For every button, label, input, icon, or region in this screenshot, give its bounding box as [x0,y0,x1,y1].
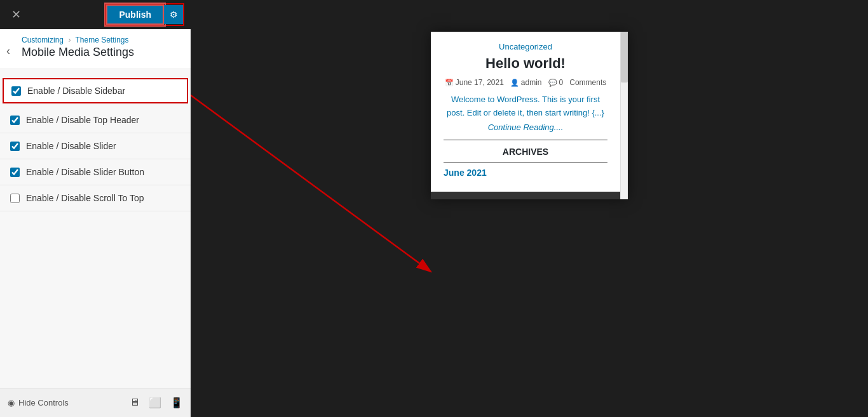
continue-reading-link[interactable]: Continue Reading.... [444,122,607,132]
svg-line-1 [191,95,431,272]
breadcrumb-area: ‹ Customizing › Theme Settings Mobile Me… [0,29,191,68]
option-slider[interactable]: Enable / Disable Slider [0,133,191,159]
post-category: Uncategorized [444,42,607,51]
gear-button[interactable]: ⚙ [164,5,183,24]
user-icon: 👤 [510,79,519,87]
option-label-slider-button: Enable / Disable Slider Button [26,167,144,177]
publish-button[interactable]: Publish [106,4,164,25]
option-slider-button[interactable]: Enable / Disable Slider Button [0,159,191,185]
desktop-icon[interactable]: 🖥 [130,397,140,409]
close-button[interactable]: ✕ [6,5,26,24]
section-divider [444,140,607,140]
hide-controls-icon: ◉ [8,398,15,407]
meta-author: 👤 admin [510,78,542,87]
archives-title: ARCHIVES [444,147,607,157]
checkbox-sidebar[interactable] [11,86,21,96]
breadcrumb: Customizing › Theme Settings [22,36,182,44]
bottom-controls: ◉ Hide Controls 🖥 ⬜ 📱 [0,388,191,417]
back-button[interactable]: ‹ [0,36,17,67]
breadcrumb-theme-settings[interactable]: Theme Settings [76,36,129,44]
scrollbar-thumb [621,32,628,83]
checkbox-scroll-top[interactable] [10,194,20,203]
preview-content: Uncategorized Hello world! 📅 June 17, 20… [431,32,620,192]
comment-icon: 💬 [548,79,557,87]
option-label-slider: Enable / Disable Slider [26,141,116,151]
calendar-icon: 📅 [445,79,454,87]
meta-comments-label: Comments [569,78,606,87]
meta-comments: 💬 0 [548,78,564,87]
option-top-header[interactable]: Enable / Disable Top Header [0,107,191,133]
hide-controls-label: Hide Controls [18,398,69,407]
checkbox-slider-button[interactable] [10,168,20,177]
hide-controls-button[interactable]: ◉ Hide Controls [8,398,69,407]
archives-june-2021[interactable]: June 2021 [444,168,607,178]
option-label-top-header: Enable / Disable Top Header [26,115,139,125]
checkbox-top-header[interactable] [10,116,20,125]
preview-bottom-bar [431,192,628,199]
option-label-sidebar: Enable / Disable Sidebar [27,86,125,96]
mobile-icon[interactable]: 📱 [170,397,183,409]
archives-divider [444,162,607,162]
page-title: Mobile Media Settings [22,44,182,67]
meta-date: 📅 June 17, 2021 [445,78,504,87]
post-meta: 📅 June 17, 2021 👤 admin 💬 0 Comments [444,78,607,87]
tablet-icon[interactable]: ⬜ [149,397,161,409]
post-title: Hello world! [444,55,607,72]
option-scroll-top[interactable]: Enable / Disable Scroll To Top [0,185,191,211]
breadcrumb-sep: › [68,36,71,44]
post-excerpt: Welcome to WordPress. This is your first… [444,93,607,120]
sidebar-header: ✕ Publish ⚙ [0,0,191,29]
preview-scrollbar[interactable] [620,32,628,199]
options-area: Enable / Disable Sidebar Enable / Disabl… [0,68,191,388]
preview-area: Uncategorized Hello world! 📅 June 17, 20… [191,0,868,417]
sidebar: ✕ Publish ⚙ ‹ Customizing › Theme Settin… [0,0,191,417]
publish-container: Publish ⚙ [105,3,184,26]
option-label-scroll-top: Enable / Disable Scroll To Top [26,193,144,203]
breadcrumb-customizing[interactable]: Customizing [22,36,64,44]
checkbox-slider[interactable] [10,142,20,151]
device-icons: 🖥 ⬜ 📱 [130,397,183,409]
preview-frame: Uncategorized Hello world! 📅 June 17, 20… [431,32,628,199]
option-sidebar[interactable]: Enable / Disable Sidebar [3,78,188,103]
